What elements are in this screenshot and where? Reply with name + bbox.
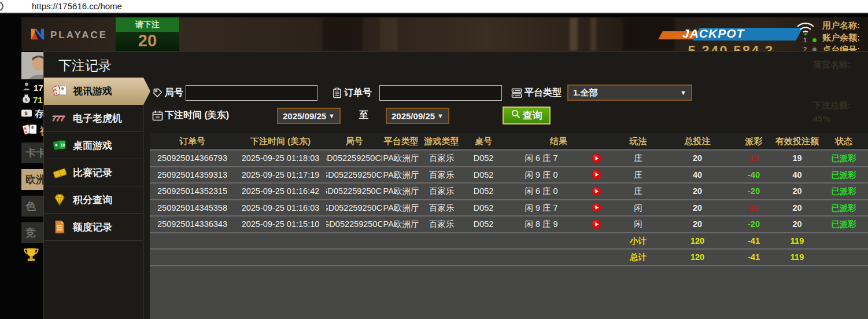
modal-content: 局号 订单号 <box>144 78 868 319</box>
cell-table: D052 <box>463 200 504 216</box>
cell-result: 闲 8 庄 9 <box>504 217 579 232</box>
video-play-button[interactable] <box>579 151 614 166</box>
left-nav-item-0[interactable]: 卡卡 <box>21 142 43 163</box>
date-from-value: 2025/09/25 <box>283 111 326 121</box>
chevron-down-icon: ▼ <box>680 89 686 96</box>
cell-payout: 20 <box>732 200 775 216</box>
moneybag-icon: $ <box>22 94 31 106</box>
cell-status: 已派彩 <box>819 151 868 166</box>
sidebar-item-label: 积分查询 <box>73 193 112 207</box>
left-nav-item-3[interactable]: 竞 <box>21 222 43 243</box>
cell-payout: -20 <box>732 217 775 232</box>
sidebar-item-3[interactable]: 比赛记录 <box>44 159 143 186</box>
cell-order: 250925014336343 <box>150 217 235 232</box>
left-sidebar-strip: 1756 $ 71.6 $ 存款 K ♥ <box>0 51 43 319</box>
deposit-button[interactable]: $ 存款 <box>21 108 43 120</box>
trophy-icon[interactable] <box>23 247 40 265</box>
order-number-input[interactable] <box>379 85 502 101</box>
left-nav-item-1[interactable]: 欧洲 <box>21 169 43 190</box>
date-to-value: 2025/09/25 <box>391 111 435 121</box>
sidebar-item-5[interactable]: 额度记录 <box>44 214 143 241</box>
table-marker-2: 2 <box>803 46 817 51</box>
cell-valid-bet: 20 <box>775 217 819 232</box>
brand-name: PLAYACE <box>50 30 108 41</box>
table-body: 2509250143667932025-09-25 01:18:03GD0522… <box>150 149 868 265</box>
bet-countdown: 20 <box>116 32 179 51</box>
cell-valid-bet: 20 <box>775 184 819 199</box>
clipboard-icon <box>332 87 342 101</box>
platform-type-select[interactable]: 1.全部 ▼ <box>567 85 692 101</box>
search-icon <box>511 109 520 122</box>
cell-result: 闲 9 庄 7 <box>504 200 579 216</box>
video-play-button[interactable] <box>579 167 614 183</box>
column-header: 状态 <box>819 133 868 149</box>
subtotal-label: 小计 <box>614 233 663 249</box>
video-games-shortcut[interactable]: K ♥ 9 视 <box>22 123 43 140</box>
cell-total-bet: 20 <box>663 151 732 166</box>
column-header: 有效投注额 <box>775 133 819 149</box>
cell-table: D052 <box>463 151 504 166</box>
cell-status: 已派彩 <box>819 184 868 199</box>
sidebar-item-label: 视讯游戏 <box>73 85 112 98</box>
chevron-down-icon: ▼ <box>328 112 335 119</box>
cell-time: 2025-09-25 01:18:03 <box>235 151 326 166</box>
cell-order: 250925014352315 <box>150 184 235 199</box>
table-row: 2509250143363432025-09-25 01:15:10GD0522… <box>150 215 868 232</box>
balance-amount: 71.6 <box>33 95 43 105</box>
cell-order: 250925014359313 <box>150 167 235 183</box>
cell-valid-bet: 40 <box>775 167 819 183</box>
balance-row: $ 71.6 <box>22 94 43 106</box>
platform-list-icon <box>511 88 522 101</box>
cell-payout: -40 <box>732 167 775 183</box>
video-play-button[interactable] <box>579 217 614 232</box>
avatar[interactable] <box>21 52 43 79</box>
svg-text:$: $ <box>25 111 28 116</box>
sidebar-item-2[interactable]: 10桌面游戏 <box>44 132 143 159</box>
cell-round: GD052259250CM <box>326 151 382 166</box>
cell-time: 2025-09-25 01:16:42 <box>235 184 326 199</box>
cell-order: 250925014366793 <box>150 151 235 166</box>
sidebar-item-label: 比赛记录 <box>73 166 112 179</box>
svg-text:10: 10 <box>61 143 65 147</box>
sidebar-item-label: 额度记录 <box>73 221 112 234</box>
sidebar-item-4[interactable]: 积分查询 <box>44 186 143 214</box>
deposit-label: 存款 <box>35 108 43 120</box>
video-play-button[interactable] <box>579 184 614 199</box>
date-from-select[interactable]: 2025/09/25 ▼ <box>277 108 341 124</box>
column-header: 下注时间 (美东) <box>235 133 326 149</box>
table-empty-area <box>150 265 868 319</box>
column-header: 桌号 <box>463 133 504 149</box>
cell-result: 闲 6 庄 7 <box>504 151 579 166</box>
modal-sidebar: K♥9视讯游戏777电子老虎机10桌面游戏比赛记录积分查询额度记录 <box>44 78 143 319</box>
date-to-select[interactable]: 2025/09/25 ▼ <box>386 108 449 124</box>
table-marker-1: 1 <box>803 36 817 43</box>
cell-result: 闲 9 庄 0 <box>504 167 579 183</box>
ticket-icon <box>51 164 68 181</box>
ghost-line: 荷官名称: <box>813 60 851 71</box>
balance-label: 账户余额: <box>822 31 868 43</box>
search-button[interactable]: 查询 <box>503 107 551 124</box>
gem-icon <box>51 192 68 208</box>
sidebar-item-1[interactable]: 777电子老虎机 <box>44 105 143 132</box>
cell-round: GD052259250CI <box>326 217 382 232</box>
browser-address-bar[interactable]: https://175616.cc/home <box>0 0 868 13</box>
table-row: 2509250143593132025-09-25 01:17:19GD0522… <box>150 166 868 183</box>
jackpot-amount: 5,340,584.3 <box>656 43 806 51</box>
round-number-input[interactable] <box>186 85 317 101</box>
cell-play-type: 庄 <box>614 184 663 199</box>
reload-icon[interactable] <box>0 2 3 11</box>
sidebar-item-0[interactable]: K♥9视讯游戏 <box>44 78 150 105</box>
cell-platform: PA欧洲厅 <box>382 217 420 232</box>
left-nav-item-2[interactable]: 色 <box>21 196 43 217</box>
bet-banner-label: 请下注 <box>116 17 179 32</box>
cell-play-type: 闲 <box>614 217 663 232</box>
total-valid-bet: 119 <box>775 250 819 265</box>
platform-type-label: 平台类型 <box>525 87 562 99</box>
modal-title: 下注记录 <box>58 57 112 75</box>
video-play-button[interactable] <box>579 200 614 216</box>
column-header: 派彩 <box>732 133 775 149</box>
bet-records-table: 订单号下注时间 (美东)局号平台类型游戏类型桌号结果玩法总投注派彩有效投注额状态… <box>150 133 868 319</box>
cell-time: 2025-09-25 01:17:19 <box>235 167 326 183</box>
url-text[interactable]: https://175616.cc/home <box>32 1 122 11</box>
jackpot-sign: JACKPOT 5,340,584.3 <box>660 27 805 42</box>
